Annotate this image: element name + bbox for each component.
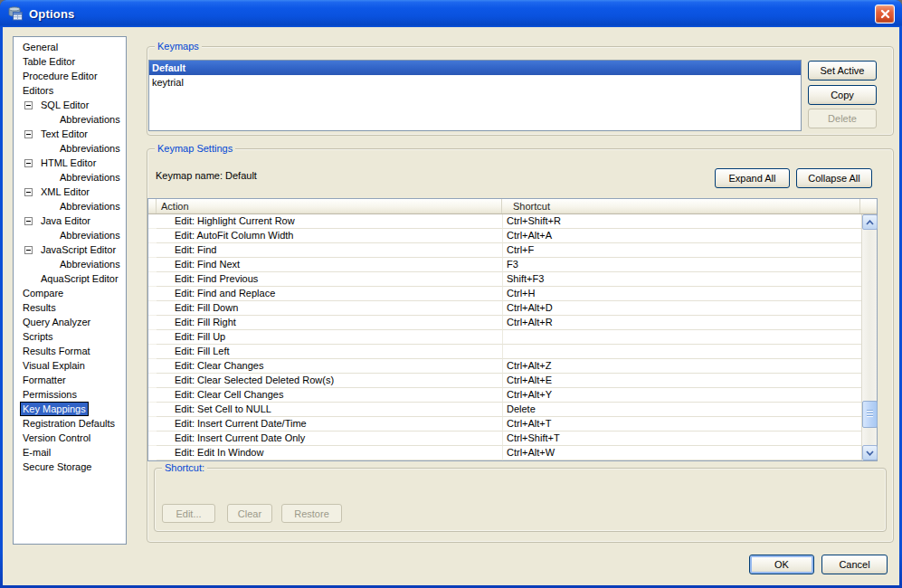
action-cell: Edit: Edit In Window [157,446,502,460]
sidebar-item-version-control[interactable]: Version Control [14,431,126,445]
sidebar-item-abbreviations[interactable]: Abbreviations [14,112,126,127]
collapse-minus-icon[interactable] [24,246,33,254]
sidebar-item-label: SQL Editor [39,99,90,111]
table-row[interactable]: Edit: Clear Cell ChangesCtrl+Alt+Y [148,388,861,403]
sidebar-item-java-editor[interactable]: Java Editor [14,213,126,228]
column-header-action[interactable]: Action [157,199,502,213]
sidebar-item-e-mail[interactable]: E-mail [14,445,126,460]
sidebar-item-abbreviations[interactable]: Abbreviations [14,170,126,185]
scroll-down-button[interactable] [862,445,878,460]
sidebar-item-label: Compare [21,287,65,299]
table-row[interactable]: Edit: Edit In WindowCtrl+Alt+W [148,446,861,460]
vertical-scrollbar[interactable] [861,214,877,460]
row-gutter [148,301,157,316]
keymap-list-item[interactable]: keytrial [149,75,801,90]
sidebar-item-label: Procedure Editor [21,70,100,82]
table-row[interactable]: Edit: Fill Up [148,330,861,345]
sidebar-item-key-mappings[interactable]: Key Mappings [14,402,126,416]
sidebar-item-formatter[interactable]: Formatter [14,373,126,387]
table-row[interactable]: Edit: Fill DownCtrl+Alt+D [148,301,861,316]
table-row[interactable]: Edit: FindCtrl+F [148,243,861,258]
sidebar-item-text-editor[interactable]: Text Editor [14,127,126,141]
copy-button[interactable]: Copy [808,85,877,105]
table-row[interactable]: Edit: Find PreviousShift+F3 [148,272,861,287]
sidebar-item-scripts[interactable]: Scripts [14,329,126,344]
sidebar-item-compare[interactable]: Compare [14,286,126,300]
sidebar-item-table-editor[interactable]: Table Editor [14,54,126,69]
row-gutter [148,345,157,359]
sidebar-item-registration-defaults[interactable]: Registration Defaults [14,416,126,431]
action-cell: Edit: Highlight Current Row [157,214,502,229]
shortcut-cell: Ctrl+Alt+W [502,446,861,460]
table-row[interactable]: Edit: Find NextF3 [148,258,861,272]
scroll-up-button[interactable] [862,214,878,230]
cancel-button[interactable]: Cancel [821,555,888,574]
close-button[interactable] [875,5,895,24]
sidebar-item-sql-editor[interactable]: SQL Editor [14,98,126,112]
sidebar-item-label: Text Editor [39,128,90,140]
table-row[interactable]: Edit: Insert Current Date OnlyCtrl+Shift… [148,432,861,446]
ok-button[interactable]: OK [749,555,814,574]
table-row[interactable]: Edit: Insert Current Date/TimeCtrl+Alt+T [148,417,861,432]
collapse-minus-icon[interactable] [24,188,33,196]
sidebar-item-label: Scripts [21,330,55,343]
collapse-minus-icon[interactable] [24,217,33,225]
sidebar-item-results[interactable]: Results [14,300,126,315]
sidebar-item-procedure-editor[interactable]: Procedure Editor [14,69,126,83]
chevron-up-icon [866,220,874,225]
sidebar-item-xml-editor[interactable]: XML Editor [14,185,126,199]
keymaps-list: Defaultkeytrial [148,60,802,131]
sidebar-item-secure-storage[interactable]: Secure Storage [14,460,126,474]
sidebar-item-editors[interactable]: Editors [14,83,126,98]
sidebar-item-abbreviations[interactable]: Abbreviations [14,228,126,242]
table-row[interactable]: Edit: AutoFit Column WidthCtrl+Alt+A [148,229,861,243]
sidebar-item-permissions[interactable]: Permissions [14,387,126,402]
column-header-shortcut[interactable]: Shortcut [502,199,860,213]
keymap-settings-group-label: Keymap Settings [155,143,235,155]
table-row[interactable]: Edit: Fill RightCtrl+Alt+R [148,316,861,330]
chevron-down-icon [866,450,874,456]
sidebar-item-label: HTML Editor [39,156,98,169]
titlebar[interactable]: Options [0,0,902,27]
row-gutter [148,316,157,330]
sidebar-item-abbreviations[interactable]: Abbreviations [14,199,126,213]
sidebar-item-label: Abbreviations [58,171,122,184]
action-cell: Edit: Set Cell to NULL [157,403,502,417]
sidebar-item-visual-explain[interactable]: Visual Explain [14,358,126,373]
table-row[interactable]: Edit: Clear Selected Deleted Row(s)Ctrl+… [148,374,861,388]
sidebar-item-abbreviations[interactable]: Abbreviations [14,141,126,156]
row-gutter [148,432,157,446]
sidebar-item-label: E-mail [21,446,52,459]
shortcut-cell: Ctrl+Alt+Z [502,359,861,374]
set-active-button[interactable]: Set Active [808,61,877,81]
expand-all-button[interactable]: Expand All [715,168,790,188]
row-gutter [148,374,157,388]
table-row[interactable]: Edit: Highlight Current RowCtrl+Shift+R [148,214,861,229]
action-cell: Edit: Fill Left [157,345,502,359]
row-gutter [148,446,157,460]
shortcut-cell: Ctrl+Alt+T [502,417,861,432]
sidebar-item-label: Query Analyzer [21,316,92,328]
sidebar-item-query-analyzer[interactable]: Query Analyzer [14,315,126,329]
shortcut-cell: Delete [502,403,861,417]
collapse-all-button[interactable]: Collapse All [796,168,872,188]
sidebar-item-aquascript-editor[interactable]: AquaScript Editor [14,271,126,286]
table-row[interactable]: Edit: Set Cell to NULLDelete [148,403,861,417]
sidebar-item-abbreviations[interactable]: Abbreviations [14,257,126,271]
scrollbar-thumb[interactable] [862,401,878,428]
sidebar-item-results-format[interactable]: Results Format [14,344,126,358]
sidebar-item-html-editor[interactable]: HTML Editor [14,156,126,170]
sidebar-item-label: Permissions [21,388,79,401]
table-row[interactable]: Edit: Clear ChangesCtrl+Alt+Z [148,359,861,374]
delete-button: Delete [808,109,877,128]
collapse-minus-icon[interactable] [24,159,33,167]
sidebar-item-label: Secure Storage [21,460,93,473]
shortcut-cell: Ctrl+Shift+R [502,214,861,229]
table-row[interactable]: Edit: Fill Left [148,345,861,359]
collapse-minus-icon[interactable] [24,130,33,138]
keymap-list-item[interactable]: Default [149,61,801,75]
table-row[interactable]: Edit: Find and ReplaceCtrl+H [148,287,861,301]
sidebar-item-javascript-editor[interactable]: JavaScript Editor [14,242,126,257]
collapse-minus-icon[interactable] [24,101,33,109]
sidebar-item-general[interactable]: General [14,40,126,54]
